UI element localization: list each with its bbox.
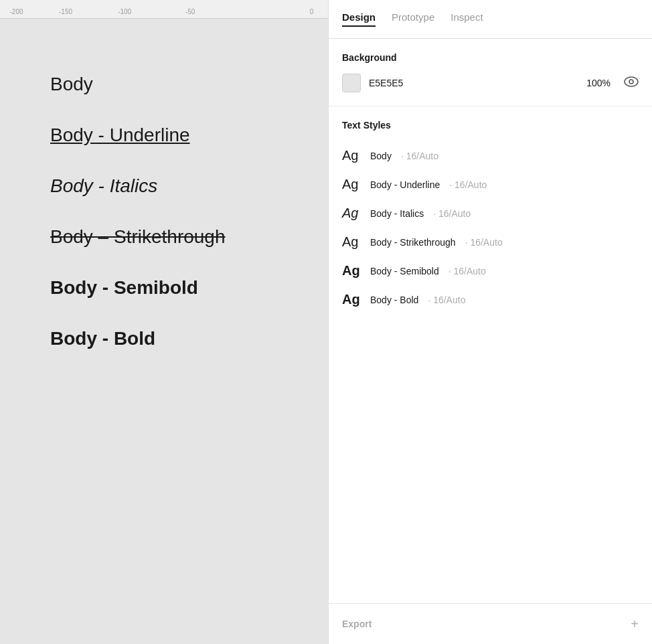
tab-design[interactable]: Design: [342, 11, 376, 27]
visibility-icon[interactable]: [624, 76, 639, 90]
style-meta-semibold: · 16/Auto: [449, 266, 486, 276]
canvas-text-italics: Body - Italics: [50, 161, 328, 212]
canvas-text-bold: Body - Bold: [50, 313, 328, 364]
text-style-bold[interactable]: Ag Body - Bold · 16/Auto: [342, 285, 639, 314]
canvas-text-semibold: Body - Semibold: [50, 262, 328, 313]
tab-bar: Design Prototype Inspect: [329, 0, 652, 39]
style-name-strikethrough: Body - Strikethrough: [370, 237, 456, 248]
color-hex-value: E5E5E5: [369, 78, 578, 88]
style-meta-strikethrough: · 16/Auto: [465, 237, 503, 248]
canvas-content: Body Body - Underline Body - Italics Bod…: [0, 19, 328, 364]
canvas-area: -200 -150 -100 -50 0 Body Body - Underli…: [0, 0, 328, 644]
ag-icon-strikethrough: Ag: [342, 234, 361, 250]
canvas-text-body: Body: [50, 59, 328, 110]
ruler-tick: -150: [59, 8, 72, 15]
ruler-tick: -100: [118, 8, 131, 15]
export-label: Export: [342, 619, 372, 629]
text-styles-section: Text Styles Ag Body · 16/Auto Ag Body - …: [329, 106, 652, 604]
canvas-text-underline: Body - Underline: [50, 110, 328, 161]
style-name-body: Body: [370, 151, 392, 161]
ag-icon-italics: Ag: [342, 206, 361, 221]
ag-icon-bold: Ag: [342, 292, 361, 307]
svg-point-1: [629, 80, 633, 84]
text-style-underline[interactable]: Ag Body - Underline · 16/Auto: [342, 170, 639, 199]
right-panel: Design Prototype Inspect Background E5E5…: [328, 0, 652, 644]
background-section-title: Background: [342, 52, 639, 63]
text-style-body[interactable]: Ag Body · 16/Auto: [342, 141, 639, 170]
ag-icon-semibold: Ag: [342, 263, 361, 278]
style-name-semibold: Body - Semibold: [370, 266, 439, 276]
ag-icon-underline: Ag: [342, 177, 361, 192]
style-meta-underline: · 16/Auto: [449, 179, 487, 190]
text-style-semibold[interactable]: Ag Body - Semibold · 16/Auto: [342, 256, 639, 285]
export-section: Export +: [329, 604, 652, 644]
ruler: -200 -150 -100 -50 0: [0, 0, 328, 19]
text-styles-title: Text Styles: [342, 120, 639, 131]
background-section: Background E5E5E5 100%: [329, 39, 652, 106]
color-opacity-value: 100%: [586, 78, 610, 88]
style-name-italics: Body - Italics: [370, 208, 424, 219]
ruler-tick: -50: [185, 8, 195, 15]
style-meta-italics: · 16/Auto: [433, 208, 471, 219]
color-swatch[interactable]: [342, 74, 361, 92]
ruler-tick: 0: [310, 8, 314, 15]
style-name-bold: Body - Bold: [370, 295, 418, 305]
ruler-tick: -200: [9, 8, 23, 15]
style-meta-body: · 16/Auto: [401, 151, 438, 161]
tab-inspect[interactable]: Inspect: [451, 11, 483, 27]
ag-icon-body: Ag: [342, 148, 361, 163]
svg-point-0: [625, 77, 638, 86]
add-export-button[interactable]: +: [631, 617, 639, 631]
text-style-italics[interactable]: Ag Body - Italics · 16/Auto: [342, 199, 639, 228]
style-name-underline: Body - Underline: [370, 179, 440, 190]
tab-prototype[interactable]: Prototype: [392, 11, 434, 27]
style-meta-bold: · 16/Auto: [428, 295, 465, 305]
canvas-text-strikethrough: Body – Strikethrough: [50, 212, 328, 262]
text-style-strikethrough[interactable]: Ag Body - Strikethrough · 16/Auto: [342, 228, 639, 256]
background-row: E5E5E5 100%: [342, 74, 639, 92]
